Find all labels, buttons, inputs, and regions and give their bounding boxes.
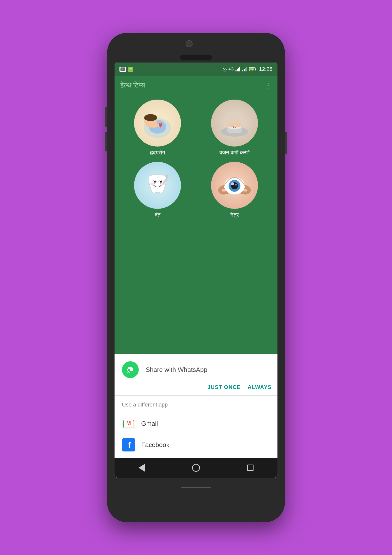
svg-point-45	[227, 124, 229, 125]
svg-point-1	[122, 68, 123, 70]
facebook-icon: f	[122, 438, 135, 451]
category-dental-image	[134, 162, 181, 209]
svg-rect-14	[239, 67, 240, 71]
share-with-whatsapp-text: Share with WhatsApp	[146, 366, 207, 374]
svg-text:M: M	[126, 420, 131, 426]
signal-icon	[235, 67, 241, 71]
svg-point-46	[230, 123, 232, 124]
svg-point-61	[231, 182, 234, 185]
status-bar: 4G	[115, 63, 277, 76]
svg-point-53	[155, 181, 156, 182]
phone-screen: 4G	[115, 63, 277, 478]
recents-icon	[247, 465, 254, 471]
share-primary-option[interactable]: Share with WhatsApp	[115, 354, 277, 381]
gmail-icon: M	[122, 417, 135, 430]
category-heart[interactable]: हृदयरोग	[122, 100, 193, 156]
overflow-menu-icon[interactable]: ⋮	[265, 81, 272, 89]
category-eye-image	[211, 162, 258, 209]
gmail-option[interactable]: M Gmail	[122, 413, 270, 434]
alarm-icon	[222, 67, 227, 71]
svg-point-57	[165, 174, 169, 178]
category-eye[interactable]: नेत्र	[199, 162, 270, 218]
svg-rect-18	[246, 67, 247, 71]
status-time: 12:28	[259, 66, 273, 72]
different-app-label: Use a different app	[122, 402, 270, 408]
svg-rect-20	[255, 68, 256, 70]
home-button[interactable]	[189, 461, 203, 474]
svg-point-39	[233, 124, 235, 126]
category-eye-label: नेत्र	[230, 212, 239, 218]
svg-line-5	[131, 68, 132, 68]
svg-point-48	[240, 124, 242, 125]
signal-icon2	[242, 67, 248, 71]
share-action-buttons: JUST ONCE ALWAYS	[115, 381, 277, 395]
android-notification-icon	[128, 67, 133, 72]
gmail-label: Gmail	[141, 420, 158, 427]
svg-point-62	[235, 184, 237, 186]
recents-button[interactable]	[244, 461, 257, 474]
svg-rect-12	[237, 69, 238, 71]
volume-down-button[interactable]	[105, 132, 107, 151]
svg-point-55	[150, 183, 154, 185]
svg-rect-17	[245, 68, 246, 71]
category-heart-image	[134, 100, 181, 147]
app-content: हृदयरोग 60	[115, 95, 277, 354]
speaker	[180, 55, 212, 60]
just-once-button[interactable]: JUST ONCE	[207, 384, 241, 390]
svg-line-9	[223, 68, 224, 68]
category-weight[interactable]: 60	[199, 100, 270, 156]
svg-text:f: f	[128, 440, 131, 450]
svg-point-54	[161, 181, 162, 182]
phone-device: 4G	[107, 33, 285, 522]
app-title: हेल्थ टिप्स	[120, 81, 145, 89]
category-dental[interactable]: दंत	[122, 162, 193, 218]
status-left-icons	[119, 67, 133, 72]
volume-up-button[interactable]	[105, 107, 107, 127]
category-heart-label: हृदयरोग	[150, 149, 165, 156]
back-icon	[138, 464, 145, 472]
back-button[interactable]	[135, 461, 148, 474]
status-right-icons: 4G	[222, 66, 273, 72]
home-indicator	[181, 487, 211, 488]
svg-point-47	[237, 123, 239, 124]
phone-top	[107, 33, 285, 63]
category-weight-label: वजन कमी करणे	[219, 149, 250, 156]
whatsapp-icon	[122, 361, 139, 378]
phone-bottom	[107, 478, 285, 497]
facebook-label: Facebook	[141, 441, 169, 449]
app-toolbar: हेल्थ टिप्स ⋮	[115, 76, 277, 95]
different-app-section: Use a different app M	[115, 396, 277, 458]
battery-icon	[249, 67, 256, 71]
category-weight-image: 60	[211, 100, 258, 147]
front-camera	[186, 40, 193, 47]
svg-point-28	[144, 114, 157, 121]
share-sheet: Share with WhatsApp JUST ONCE ALWAYS Use…	[115, 354, 277, 458]
always-button[interactable]: ALWAYS	[248, 384, 272, 390]
svg-rect-16	[244, 69, 245, 71]
category-dental-label: दंत	[155, 212, 160, 218]
svg-rect-11	[235, 70, 236, 71]
svg-rect-13	[238, 68, 239, 71]
nav-bar	[115, 458, 277, 478]
facebook-option[interactable]: f Facebook	[122, 434, 270, 455]
4g-icon: 4G	[229, 67, 234, 71]
svg-rect-15	[242, 70, 243, 71]
svg-line-4	[130, 68, 130, 68]
home-icon	[192, 464, 200, 472]
svg-line-10	[225, 68, 226, 68]
photo-notification-icon	[119, 67, 126, 72]
power-button[interactable]	[285, 132, 287, 154]
